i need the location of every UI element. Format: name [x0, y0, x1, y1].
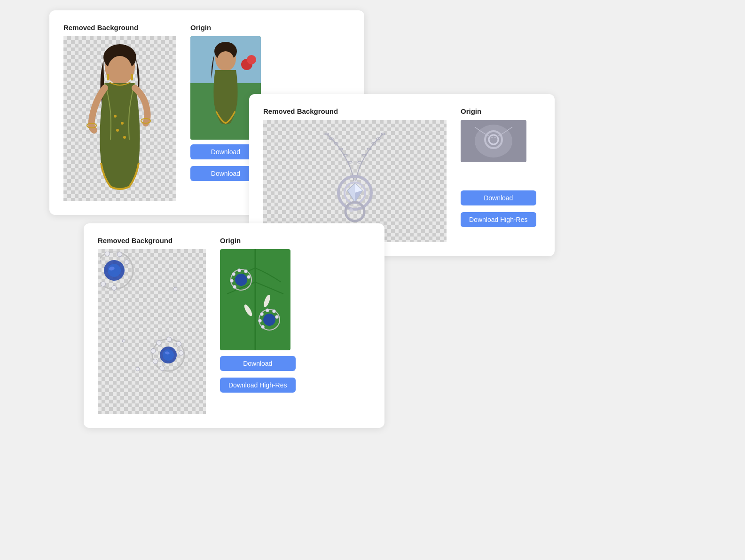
svg-point-58	[150, 348, 156, 354]
svg-rect-10	[131, 74, 133, 80]
svg-point-39	[475, 125, 512, 158]
svg-point-75	[232, 273, 235, 276]
svg-point-37	[349, 208, 353, 212]
svg-point-76	[230, 279, 234, 283]
origin-image-earrings	[220, 249, 290, 350]
download-hires-button-earrings[interactable]: Download High-Res	[220, 378, 296, 393]
removed-bg-section-woman: Removed Background	[63, 24, 176, 201]
svg-point-85	[261, 325, 265, 329]
svg-point-6	[123, 136, 126, 139]
svg-point-80	[275, 315, 279, 319]
svg-point-79	[263, 314, 275, 326]
svg-point-36	[345, 202, 364, 221]
svg-point-73	[244, 270, 248, 273]
svg-point-45	[104, 252, 110, 257]
removed-bg-label-woman: Removed Background	[63, 24, 176, 32]
svg-point-83	[260, 313, 264, 316]
svg-point-28	[367, 148, 371, 150]
download-button-jewelry-1[interactable]: Download	[461, 190, 536, 205]
svg-point-65	[136, 367, 140, 371]
svg-point-46	[100, 258, 101, 264]
svg-point-3	[114, 115, 117, 118]
svg-point-49	[111, 285, 117, 291]
svg-point-24	[348, 161, 352, 163]
svg-point-66	[122, 339, 125, 342]
download-button-earrings-1[interactable]: Download	[220, 356, 296, 371]
removed-bg-section-earrings: Removed Background	[98, 237, 206, 414]
origin-label-earrings: Origin	[220, 237, 296, 245]
svg-point-30	[358, 161, 361, 163]
svg-point-77	[233, 285, 236, 289]
svg-point-18	[217, 51, 234, 70]
svg-point-82	[266, 309, 269, 312]
svg-point-15	[247, 55, 256, 64]
svg-point-2	[108, 56, 132, 84]
svg-point-64	[173, 287, 177, 291]
origin-label-jewelry: Origin	[461, 107, 536, 115]
origin-section-jewelry: Origin Download Download High-Res	[461, 107, 536, 227]
origin-label-woman: Origin	[190, 24, 261, 32]
svg-point-22	[339, 148, 343, 150]
svg-point-72	[247, 276, 251, 279]
removed-bg-image-earrings	[98, 249, 206, 414]
svg-rect-9	[107, 74, 109, 80]
svg-point-71	[235, 274, 247, 286]
svg-point-56	[166, 337, 172, 342]
svg-point-4	[121, 122, 124, 125]
origin-section-earrings: Origin	[220, 237, 296, 393]
svg-point-54	[178, 350, 184, 356]
svg-point-81	[273, 310, 276, 313]
removed-bg-image-woman	[63, 36, 176, 201]
removed-bg-label-jewelry: Removed Background	[263, 107, 447, 115]
removed-bg-section-jewelry: Removed Background	[263, 107, 447, 242]
svg-point-74	[238, 269, 241, 272]
card-earrings: Removed Background	[84, 223, 384, 428]
origin-image-jewelry	[461, 120, 526, 162]
svg-point-43	[124, 259, 129, 265]
svg-point-5	[116, 129, 119, 132]
svg-point-84	[259, 319, 262, 323]
removed-bg-label-earrings: Removed Background	[98, 237, 206, 245]
download-hires-button-jewelry[interactable]: Download High-Res	[461, 212, 536, 227]
svg-point-48	[101, 281, 106, 287]
